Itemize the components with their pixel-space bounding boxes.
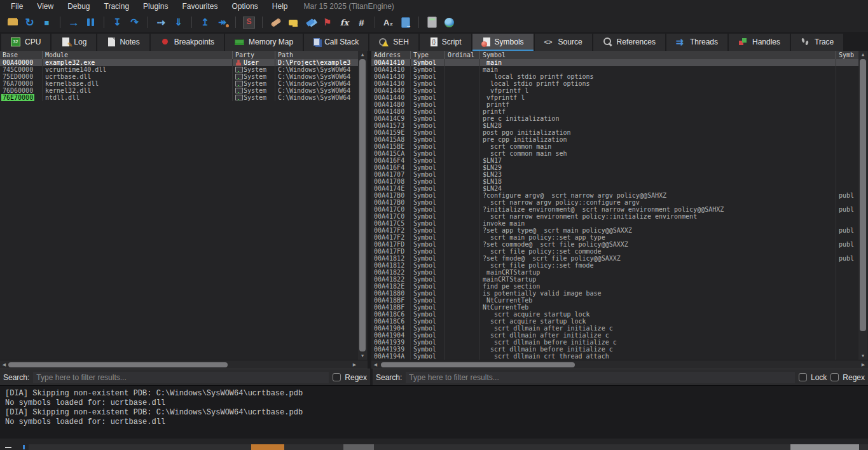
scroll-down-arrow[interactable]: ▼: [858, 352, 867, 360]
symbol-table-row[interactable]: 00A415CASymbol__scrt_common_main_seh: [371, 150, 858, 157]
column-header-address[interactable]: Address: [371, 51, 410, 59]
menu-plugins[interactable]: Plugins: [136, 1, 175, 12]
modules-search-input[interactable]: [33, 372, 329, 383]
symbol-table-row[interactable]: 00A4159ESymbolpost_pgo_initialization: [371, 129, 858, 136]
symbol-table-row[interactable]: 00A41440Symbol_vfprintf_l: [371, 94, 858, 101]
modify-value-icon[interactable]: [397, 15, 414, 30]
open-folder-icon[interactable]: [4, 15, 21, 30]
hash-icon[interactable]: [353, 15, 370, 30]
log-output[interactable]: [DIA] Skipping non-existent PDB: C:\Wind…: [0, 385, 868, 439]
symbol-table-row[interactable]: 00A41904Symbol__scrt_dllmain_after_initi…: [371, 332, 858, 339]
symbol-table-row[interactable]: 00A417C0Symbol?initialize_environment@__…: [371, 206, 858, 213]
tab-source[interactable]: Source: [535, 34, 592, 51]
symbol-table-row[interactable]: 00A41939Symbol__scrt_dllmain_before_init…: [371, 346, 858, 353]
trace-into-icon[interactable]: [153, 15, 170, 30]
run-to-user-code-icon[interactable]: [214, 15, 231, 30]
run-icon[interactable]: [65, 15, 82, 30]
symbols-search-input[interactable]: [406, 372, 795, 383]
scrollbar-thumb[interactable]: [381, 362, 575, 367]
symbol-table-row[interactable]: 00A414C9Symbolpre_c_initialization: [371, 115, 858, 122]
scroll-right-arrow[interactable]: ▶: [350, 360, 359, 369]
regex-checkbox[interactable]: [333, 373, 341, 381]
symbol-table-row[interactable]: 00A417B0Symbol?configure_argv@__scrt_nar…: [371, 192, 858, 199]
module-table-row[interactable]: 745C0000vcruntime140.dllSystemC:\Windows…: [0, 66, 358, 73]
trace-over-icon[interactable]: [170, 15, 187, 30]
symbol-table-row[interactable]: 00A41573Symbol$LN28: [371, 122, 858, 129]
module-table-row[interactable]: 76E70000ntdll.dllSystemC:\Windows\SysWOW…: [0, 94, 358, 101]
symbol-table-row[interactable]: 00A4174ESymbol$LN24: [371, 185, 858, 192]
symbol-table-row[interactable]: 00A418C6Symbol__scrt_acquire_startup_loc…: [371, 318, 858, 325]
symbol-table-row[interactable]: 00A416F4Symbol$LN17: [371, 157, 858, 164]
symbol-table-row[interactable]: 00A418BFSymbol_NtCurrentTeb: [371, 297, 858, 304]
symbol-table-row[interactable]: 00A41822Symbol_mainCRTStartup: [371, 269, 858, 276]
tab-seh[interactable]: SEH: [369, 34, 418, 51]
symbol-table-row[interactable]: 00A41430Symbol___local_stdio_printf_opti…: [371, 73, 858, 80]
font-size-icon[interactable]: [380, 15, 397, 30]
script-icon[interactable]: [240, 15, 258, 30]
tab-breakpoints[interactable]: Breakpoints: [151, 34, 224, 51]
menu-help[interactable]: Help: [265, 1, 295, 12]
symbol-table-row[interactable]: 00A41812Symbol?set_fmode@__scrt_file_pol…: [371, 255, 858, 262]
symbol-table-row[interactable]: 00A41880Symbolis_potentially_valid_image…: [371, 290, 858, 297]
column-header-symbol[interactable]: Symbol: [479, 51, 836, 59]
tab-references[interactable]: References: [593, 34, 665, 51]
symbol-table-row[interactable]: 00A418C6Symbol___scrt_acquire_startup_lo…: [371, 311, 858, 318]
internet-icon[interactable]: [441, 15, 458, 30]
execute-till-return-icon[interactable]: [196, 15, 214, 30]
tab-handles[interactable]: Handles: [729, 34, 790, 51]
symbol-table-row[interactable]: 00A416F4Symbol$LN29: [371, 164, 858, 171]
symbol-table-row[interactable]: 00A418BFSymbolNtCurrentTeb: [371, 304, 858, 311]
scroll-left-arrow[interactable]: ◀: [371, 360, 380, 369]
step-into-icon[interactable]: [109, 15, 126, 30]
tab-trace[interactable]: Trace: [791, 34, 843, 51]
menu-tracing[interactable]: Tracing: [97, 1, 137, 12]
regex-checkbox[interactable]: [830, 373, 839, 381]
symbol-table-row[interactable]: 00A417FDSymbol__scrt_file_policy::set_co…: [371, 248, 858, 255]
column-header-ordinal[interactable]: Ordinal: [444, 51, 479, 59]
menu-file[interactable]: File: [4, 1, 30, 12]
stop-icon[interactable]: [38, 15, 55, 30]
scroll-right-arrow[interactable]: ▶: [859, 360, 867, 369]
comments-icon[interactable]: [284, 15, 301, 30]
symbol-table-row[interactable]: 00A41708Symbol$LN18: [371, 178, 858, 185]
symbol-table-row[interactable]: 00A41440Symbol__vfprintf_l: [371, 87, 858, 94]
tab-threads[interactable]: Threads: [666, 34, 727, 51]
symbol-table-row[interactable]: 00A41430Symbol__local_stdio_printf_optio…: [371, 80, 858, 87]
lock-checkbox[interactable]: [799, 373, 807, 381]
calculator-icon[interactable]: [424, 15, 441, 30]
functions-icon[interactable]: [336, 15, 353, 30]
tab-call-stack[interactable]: Call Stack: [304, 34, 368, 51]
symbol-table-row[interactable]: 00A417C5Symbolinvoke_main: [371, 220, 858, 227]
symbol-table-row[interactable]: 00A41822SymbolmainCRTStartup: [371, 276, 858, 283]
column-header-type[interactable]: Type: [410, 51, 444, 59]
tab-cpu[interactable]: CPU: [1, 34, 50, 51]
tab-memory-map[interactable]: Memory Map: [225, 34, 303, 51]
symbol-table-row[interactable]: 00A41707Symbol$LN23: [371, 171, 858, 178]
symbol-table-row[interactable]: 00A41480Symbol_printf: [371, 101, 858, 108]
symbol-table-row[interactable]: 00A41480Symbolprintf: [371, 108, 858, 115]
tab-log[interactable]: Log: [52, 34, 96, 51]
tab-symbols[interactable]: Symbols: [472, 34, 534, 51]
symbol-table-row[interactable]: 00A417FDSymbol?set_commode@__scrt_file_p…: [371, 241, 858, 248]
scroll-down-arrow[interactable]: ▼: [358, 352, 367, 360]
module-table-row[interactable]: 76A70000kernelbase.dllSystemC:\Windows\S…: [0, 80, 358, 87]
scrollbar-thumb[interactable]: [359, 59, 366, 351]
scrollbar-thumb[interactable]: [8, 362, 228, 367]
symbol-table-row[interactable]: 00A41812Symbol__scrt_file_policy::set_fm…: [371, 262, 858, 269]
menu-view[interactable]: View: [30, 1, 60, 12]
symbol-table-row[interactable]: 00A41904Symbol___scrt_dllmain_after_init…: [371, 325, 858, 332]
scrollbar-thumb[interactable]: [860, 59, 866, 331]
pause-icon[interactable]: [82, 15, 99, 30]
symbol-table-row[interactable]: 00A417F2Symbol?set_app_type@__scrt_main_…: [371, 227, 858, 234]
symbol-table-row[interactable]: 00A41410Symbol_main: [371, 59, 858, 66]
labels-icon[interactable]: [301, 15, 319, 30]
scroll-up-arrow[interactable]: ▲: [358, 51, 367, 58]
symbol-table-row[interactable]: 00A417F2Symbol__scrt_main_policy::set_ap…: [371, 234, 858, 241]
module-table-row[interactable]: 76D60000kernel32.dllSystemC:\Windows\Sys…: [0, 87, 358, 94]
scroll-up-arrow[interactable]: ▲: [858, 51, 867, 58]
tab-notes[interactable]: Notes: [97, 34, 149, 51]
step-over-icon[interactable]: [126, 15, 143, 30]
bookmarks-icon[interactable]: [319, 15, 336, 30]
column-header-party[interactable]: Party: [232, 51, 275, 59]
column-header-base[interactable]: Base: [0, 51, 42, 59]
